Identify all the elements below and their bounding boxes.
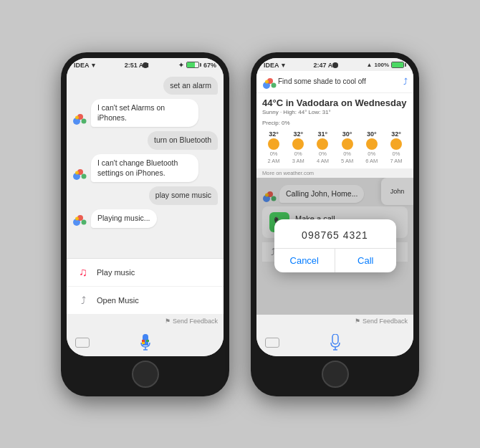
svg-rect-29 xyxy=(332,334,338,344)
battery-indicator xyxy=(186,62,201,68)
feedback-bar: ⚑ Send Feedback xyxy=(67,315,224,328)
time: 6 AM xyxy=(365,158,378,164)
play-music-card[interactable]: ♫ Play music xyxy=(67,259,224,287)
carrier-label: IDEA xyxy=(74,62,90,69)
user-bubble: set an alarm xyxy=(163,77,218,95)
open-music-label: Open Music xyxy=(97,296,139,305)
left-status-bar: IDEA ▾ 2:51 AM ✦ 67% xyxy=(67,58,224,71)
keyboard-icon[interactable] xyxy=(75,338,90,348)
svg-rect-16 xyxy=(142,342,145,344)
user-bubble: turn on Bluetooth xyxy=(148,131,218,150)
feedback-label[interactable]: Send Feedback xyxy=(363,318,408,325)
bubble-text: I can't set Alarms on iPhones. xyxy=(97,103,165,122)
svg-point-22 xyxy=(265,80,269,83)
weather-col: 32° 0% 3 AM xyxy=(287,130,309,164)
chat-row: I can't set Alarms on iPhones. xyxy=(72,99,218,127)
svg-point-3 xyxy=(75,116,79,120)
sun-icon xyxy=(342,138,353,150)
weather-card: 44°C in Vadodara on Wednesday Sunny · Hi… xyxy=(256,93,413,168)
query-bar: Find some shade to cool off ⤴ xyxy=(256,71,413,93)
sun-icon xyxy=(268,138,279,150)
svg-point-21 xyxy=(272,82,277,87)
svg-point-6 xyxy=(82,174,87,179)
google-assistant-logo xyxy=(72,212,88,228)
mic-button[interactable] xyxy=(325,332,346,353)
open-music-card[interactable]: ⤴ Open Music xyxy=(67,287,224,315)
chat-row: play some music xyxy=(72,186,218,205)
right-screen: IDEA ▾ 2:47 AM ▲ 100% xyxy=(256,58,413,356)
open-in-icon: ⤴ xyxy=(75,292,91,308)
play-music-label: Play music xyxy=(97,268,135,277)
sun-icon xyxy=(317,138,328,150)
feedback-bar: ⚑ Send Feedback xyxy=(256,315,413,328)
sun-icon xyxy=(292,138,304,150)
precip-pct: 0% xyxy=(393,151,400,157)
carrier-label: IDEA xyxy=(264,62,279,69)
chat-row: turn on Bluetooth xyxy=(72,131,218,150)
call-button[interactable]: Call xyxy=(335,249,396,272)
query-text: Find some shade to cool off xyxy=(278,77,400,85)
time: 7 AM xyxy=(390,158,402,164)
time: 2 AM xyxy=(268,158,280,164)
chat-row: Playing music... xyxy=(72,209,218,228)
time-label: 2:47 AM xyxy=(313,62,337,69)
temp: 32° xyxy=(269,130,279,138)
precip-pct: 0% xyxy=(368,151,375,157)
right-status-bar: IDEA ▾ 2:47 AM ▲ 100% xyxy=(256,58,413,71)
bubble-text: Playing music... xyxy=(97,214,150,222)
bubble-text: turn on Bluetooth xyxy=(154,135,211,144)
call-dialog: 098765 4321 Cancel Call xyxy=(274,219,396,272)
weather-col: 32° 0% 7 AM xyxy=(385,130,408,164)
precip-pct: 0% xyxy=(343,151,351,157)
precip-pct: 0% xyxy=(270,151,278,157)
location-icon: ▲ xyxy=(367,62,373,68)
google-assistant-logo xyxy=(72,166,88,182)
home-button[interactable] xyxy=(132,361,159,388)
left-chat-area: set an alarm I can't set Alarms on iPhon… xyxy=(67,71,224,258)
feedback-icon: ⚑ xyxy=(165,318,171,325)
call-dialog-overlay: 098765 4321 Cancel Call xyxy=(256,178,413,315)
temp: 30° xyxy=(367,130,377,138)
assistant-bubble: I can't change Bluetooth settings on iPh… xyxy=(91,154,198,182)
feedback-icon: ⚑ xyxy=(355,318,360,325)
assistant-bubble: I can't set Alarms on iPhones. xyxy=(91,99,198,127)
dialog-buttons: Cancel Call xyxy=(274,249,396,272)
action-cards: ♫ Play music ⤴ Open Music xyxy=(67,258,224,315)
sun-icon xyxy=(390,138,402,150)
assistant-bubble: Playing music... xyxy=(91,209,157,228)
weather-col: 32° 0% 2 AM xyxy=(262,130,285,164)
weather-col: 30° 0% 5 AM xyxy=(336,130,359,164)
share-icon[interactable]: ⤴ xyxy=(403,77,408,87)
svg-point-7 xyxy=(75,171,79,175)
music-note-icon: ♫ xyxy=(75,264,91,280)
wifi-icon: ▾ xyxy=(282,62,285,69)
google-assistant-logo xyxy=(72,111,88,127)
left-phone: IDEA ▾ 2:51 AM ✦ 67% set an alarm xyxy=(61,52,229,396)
precip-pct: 0% xyxy=(319,151,327,157)
svg-rect-15 xyxy=(146,340,149,342)
home-button[interactable] xyxy=(322,361,349,388)
keyboard-icon[interactable] xyxy=(265,338,279,348)
precip-pct: 0% xyxy=(294,151,302,157)
weather-link[interactable]: More on weather.com xyxy=(256,168,413,178)
temp: 32° xyxy=(293,130,303,138)
weather-col: 31° 0% 4 AM xyxy=(311,130,334,164)
time: 5 AM xyxy=(341,158,353,164)
feedback-label[interactable]: Send Feedback xyxy=(173,318,218,325)
weather-sub: Sunny · High: 44° Low: 31° xyxy=(262,109,408,115)
svg-point-10 xyxy=(82,219,87,224)
battery-full-icon: 100% xyxy=(375,62,389,68)
bubble-text: I can't change Bluetooth settings on iPh… xyxy=(97,158,178,177)
weather-title: 44°C in Vadodara on Wednesday xyxy=(262,97,408,108)
cancel-button[interactable]: Cancel xyxy=(274,249,336,272)
weather-col: 30° 0% 6 AM xyxy=(360,130,383,164)
mic-button[interactable] xyxy=(135,332,156,353)
wifi-icon: ▾ xyxy=(92,62,95,69)
right-chat-area: John Calling John, Home... xyxy=(256,178,413,315)
phone-number: 098765 4321 xyxy=(274,219,396,248)
google-assistant-logo xyxy=(262,75,275,88)
temp: 31° xyxy=(318,130,328,138)
temp: 30° xyxy=(342,130,352,138)
battery-pct: 67% xyxy=(203,62,216,69)
bubble-text: set an alarm xyxy=(170,81,211,90)
